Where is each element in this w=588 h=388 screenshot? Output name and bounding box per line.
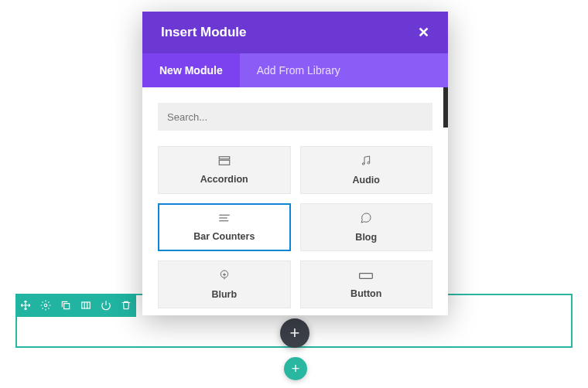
svg-rect-1 (64, 304, 70, 309)
tab-add-from-library[interactable]: Add From Library (240, 53, 357, 87)
module-label: Accordion (200, 174, 248, 185)
svg-rect-7 (219, 160, 230, 165)
module-label: Audio (353, 175, 380, 185)
move-icon[interactable] (15, 294, 36, 317)
modal-tabs: New Module Add From Library (142, 53, 448, 87)
modal-header: Insert Module ✕ (142, 12, 448, 53)
button-icon (358, 270, 374, 284)
svg-point-0 (44, 304, 47, 307)
module-audio[interactable]: Audio (300, 146, 433, 194)
close-icon[interactable]: ✕ (418, 24, 429, 41)
accordion-icon (217, 155, 231, 169)
insert-module-modal: Insert Module ✕ New Module Add From Libr… (142, 12, 448, 315)
modal-body: Accordion Audio Bar Counters Blog (142, 87, 448, 315)
svg-point-9 (368, 162, 370, 164)
module-label: Blog (355, 232, 377, 243)
power-icon[interactable] (96, 294, 116, 317)
gear-icon[interactable] (36, 294, 56, 317)
module-bar-counters[interactable]: Bar Counters (158, 203, 291, 251)
add-module-button[interactable]: + (280, 318, 309, 348)
module-grid: Accordion Audio Bar Counters Blog (158, 146, 432, 308)
add-section-button[interactable]: + (284, 357, 307, 380)
bar-counters-icon (217, 213, 231, 226)
blurb-icon (218, 269, 231, 284)
svg-rect-6 (219, 157, 230, 159)
svg-point-8 (363, 163, 365, 165)
duplicate-icon[interactable] (56, 294, 76, 317)
search-input[interactable] (158, 103, 432, 131)
modal-title: Insert Module (161, 25, 247, 40)
module-label: Bar Counters (193, 231, 255, 242)
section-toolbar (15, 294, 136, 317)
module-accordion[interactable]: Accordion (158, 146, 291, 194)
audio-icon (359, 155, 373, 170)
module-label: Blurb (211, 289, 237, 300)
columns-icon[interactable] (76, 294, 96, 317)
plus-icon: + (290, 323, 300, 343)
module-button[interactable]: Button (300, 260, 433, 308)
module-blog[interactable]: Blog (300, 203, 433, 251)
svg-rect-16 (360, 274, 373, 279)
svg-rect-2 (82, 302, 91, 308)
module-blurb[interactable]: Blurb (158, 260, 291, 308)
module-label: Button (350, 288, 381, 299)
blog-icon (359, 212, 373, 227)
scrollbar[interactable] (443, 87, 448, 128)
tab-new-module[interactable]: New Module (142, 53, 240, 87)
plus-icon: + (292, 361, 300, 377)
trash-icon[interactable] (116, 294, 136, 317)
